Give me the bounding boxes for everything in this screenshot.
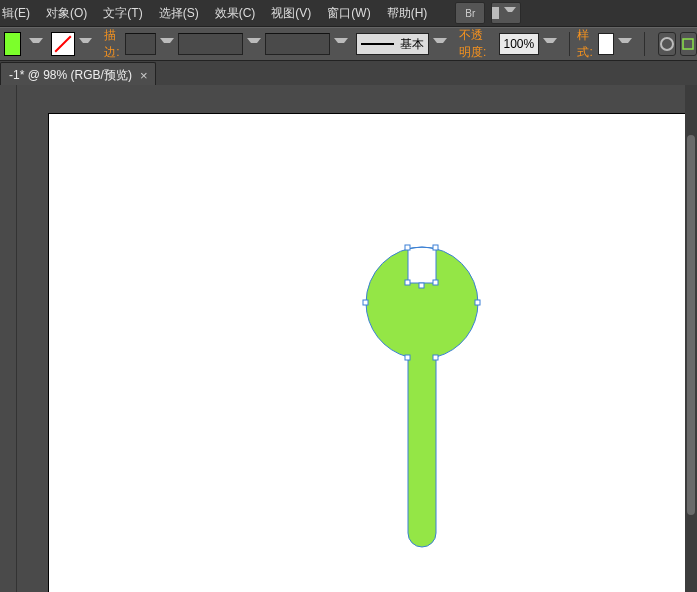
recolor-artwork-icon[interactable] [658,32,675,56]
chevron-down-icon[interactable] [433,38,447,51]
brush-def-select[interactable] [265,33,330,55]
wrench-shape[interactable] [366,247,478,547]
anchor-point[interactable] [405,280,410,285]
document-title: -1* @ 98% (RGB/预览) [9,67,132,84]
menu-effect[interactable]: 效果(C) [207,0,264,26]
anchor-point[interactable] [475,300,480,305]
menu-help[interactable]: 帮助(H) [379,0,436,26]
chevron-down-icon[interactable] [29,38,43,51]
stroke-swatch-none[interactable] [51,32,75,56]
menu-window[interactable]: 窗口(W) [319,0,378,26]
none-icon [54,36,71,53]
chevron-down-icon[interactable] [334,38,348,51]
stroke-label: 描边: [104,27,123,61]
stroke-profile-select[interactable] [178,33,243,55]
ruler-vertical[interactable] [0,85,17,592]
style-label: 样式: [577,27,596,61]
opacity-label: 不透明度: [459,27,495,61]
svg-rect-0 [492,7,499,19]
arrange-documents-icon[interactable] [491,2,521,24]
anchor-point[interactable] [433,355,438,360]
menu-view[interactable]: 视图(V) [263,0,319,26]
opacity-input[interactable]: 100% [499,33,540,55]
separator [644,32,645,56]
menu-bar: 辑(E) 对象(O) 文字(T) 选择(S) 效果(C) 视图(V) 窗口(W)… [0,0,697,27]
stroke-weight-input[interactable] [125,33,156,55]
anchor-point[interactable] [363,300,368,305]
workspace [0,85,697,592]
stroke-line-icon [361,43,395,45]
separator [569,32,570,56]
control-bar: 描边: 基本 不透明度: 100% 样式: [0,27,697,61]
chevron-down-icon[interactable] [160,38,174,51]
anchor-point[interactable] [433,280,438,285]
grid-icon [492,7,500,19]
anchor-point[interactable] [405,355,410,360]
menu-edit[interactable]: 辑(E) [0,0,38,26]
anchor-point[interactable] [405,245,410,250]
menu-type[interactable]: 文字(T) [95,0,150,26]
color-wheel-icon [660,37,674,51]
chevron-down-icon [504,7,516,20]
scrollbar-thumb[interactable] [687,135,695,515]
fill-swatch[interactable] [4,32,21,56]
svg-rect-4 [683,39,693,49]
anchor-point[interactable] [433,245,438,250]
document-tab-bar: -1* @ 98% (RGB/预览) × [0,61,697,88]
bridge-icon[interactable]: Br [455,2,485,24]
chevron-down-icon[interactable] [79,38,93,51]
anchor-point[interactable] [419,283,424,288]
scrollbar-vertical[interactable] [685,85,697,592]
menu-select[interactable]: 选择(S) [151,0,207,26]
chevron-down-icon[interactable] [618,38,632,51]
preset-label: 基本 [400,36,424,53]
menu-object[interactable]: 对象(O) [38,0,95,26]
stroke-preset[interactable]: 基本 [356,33,430,55]
document-tab[interactable]: -1* @ 98% (RGB/预览) × [0,62,156,87]
panel-toggle-icon[interactable] [680,32,697,56]
graphic-style-swatch[interactable] [598,33,614,55]
chevron-down-icon[interactable] [543,38,557,51]
svg-point-3 [661,38,673,50]
square-icon [682,38,694,50]
close-icon[interactable]: × [140,68,148,83]
chevron-down-icon[interactable] [247,38,261,51]
selected-artwork[interactable] [342,247,502,570]
